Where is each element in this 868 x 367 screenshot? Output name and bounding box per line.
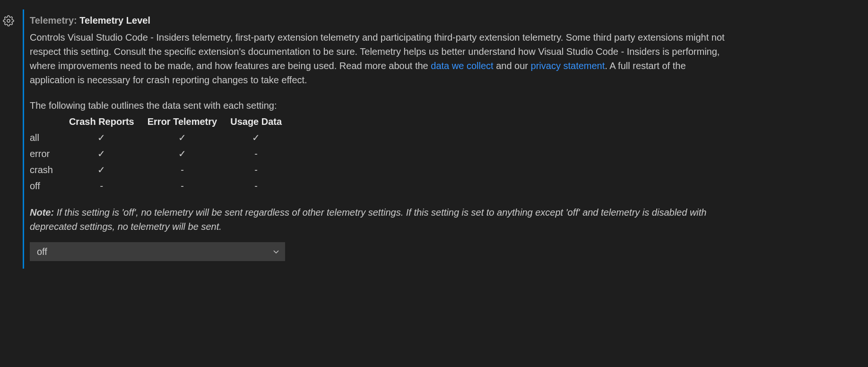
table-header-usage-data: Usage Data — [224, 114, 288, 130]
table-cell: ✓ — [141, 146, 224, 162]
chevron-down-icon — [268, 248, 285, 255]
table-row: off - - - — [30, 178, 288, 194]
table-header-empty — [30, 114, 62, 130]
select-value-text: off — [30, 245, 268, 259]
setting-description: Controls Visual Studio Code - Insiders t… — [30, 30, 730, 87]
table-header-row: Crash Reports Error Telemetry Usage Data — [30, 114, 288, 130]
table-row: all ✓ ✓ ✓ — [30, 130, 288, 146]
note-label: Note: — [30, 207, 54, 218]
table-intro-text: The following table outlines the data se… — [30, 98, 730, 113]
table-cell: - — [224, 146, 288, 162]
table-cell: - — [224, 162, 288, 178]
table-cell-label: error — [30, 146, 62, 162]
table-cell: - — [224, 178, 288, 194]
telemetry-level-select[interactable]: off — [30, 242, 285, 261]
setting-telemetry-level: Telemetry: Telemetry Level Controls Visu… — [23, 9, 741, 269]
table-cell: - — [141, 178, 224, 194]
svg-point-0 — [7, 19, 10, 22]
table-header-crash-reports: Crash Reports — [62, 114, 141, 130]
setting-category-label: Telemetry: — [30, 15, 77, 26]
table-cell-label: all — [30, 130, 62, 146]
table-cell: ✓ — [224, 130, 288, 146]
table-row: crash ✓ - - — [30, 162, 288, 178]
settings-item-gutter — [0, 9, 23, 269]
table-header-error-telemetry: Error Telemetry — [141, 114, 224, 130]
link-data-we-collect[interactable]: data we collect — [431, 61, 493, 71]
table-cell-label: off — [30, 178, 62, 194]
note-text: If this setting is 'off', no telemetry w… — [30, 207, 706, 232]
description-between-links: and our — [494, 61, 531, 71]
table-cell: ✓ — [62, 146, 141, 162]
table-cell: - — [62, 178, 141, 194]
setting-title: Telemetry: Telemetry Level — [30, 13, 730, 27]
gear-icon[interactable] — [3, 15, 14, 30]
table-cell-label: crash — [30, 162, 62, 178]
table-row: error ✓ ✓ - — [30, 146, 288, 162]
table-cell: ✓ — [62, 162, 141, 178]
settings-item-container: Telemetry: Telemetry Level Controls Visu… — [0, 0, 868, 278]
table-cell: ✓ — [62, 130, 141, 146]
setting-name-label: Telemetry Level — [79, 15, 150, 26]
link-privacy-statement[interactable]: privacy statement — [531, 61, 605, 71]
spacer — [30, 87, 730, 98]
telemetry-table: Crash Reports Error Telemetry Usage Data… — [30, 114, 288, 194]
setting-note: Note: If this setting is 'off', no telem… — [30, 205, 730, 234]
table-cell: ✓ — [141, 130, 224, 146]
table-cell: - — [141, 162, 224, 178]
